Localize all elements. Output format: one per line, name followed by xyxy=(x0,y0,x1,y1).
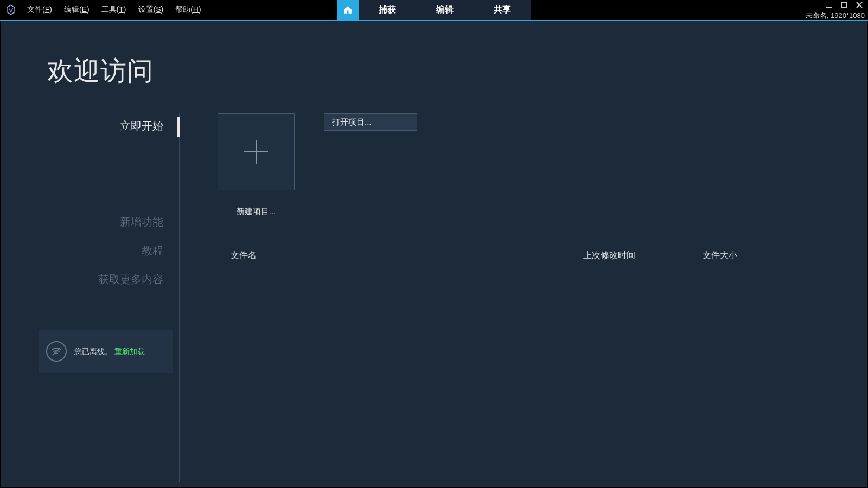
welcome-sidebar: 立即开始 新增功能 教程 获取更多内容 xyxy=(39,113,180,292)
title-bar: 文件(F) 编辑(E) 工具(T) 设置(S) 帮助(H) 捕获 编辑 共享 xyxy=(0,0,868,20)
maximize-button[interactable] xyxy=(838,0,851,10)
new-project-button[interactable]: 新建项目... xyxy=(218,113,295,217)
offline-notice: 您已离线。 重新加载 xyxy=(39,330,173,373)
close-button[interactable] xyxy=(853,0,866,10)
minimize-button[interactable] xyxy=(822,0,835,10)
tab-share[interactable]: 共享 xyxy=(474,0,531,20)
menu-edit[interactable]: 编辑(E) xyxy=(59,2,95,18)
menu-bar: 文件(F) 编辑(E) 工具(T) 设置(S) 帮助(H) xyxy=(18,2,207,18)
menu-settings[interactable]: 设置(S) xyxy=(133,2,169,18)
home-icon xyxy=(343,5,353,15)
window-controls xyxy=(822,0,866,10)
maximize-icon xyxy=(841,2,847,8)
minimize-icon xyxy=(826,2,832,8)
sidebar-item-start[interactable]: 立即开始 xyxy=(39,113,180,139)
menu-file[interactable]: 文件(F) xyxy=(22,2,58,18)
column-size[interactable]: 文件大小 xyxy=(703,250,778,261)
app-logo-icon xyxy=(3,0,18,20)
sidebar-item-getmore[interactable]: 获取更多内容 xyxy=(39,267,180,292)
column-filename[interactable]: 文件名 xyxy=(231,250,583,261)
document-status: 未命名, 1920*1080 xyxy=(806,11,865,21)
close-icon xyxy=(856,2,863,8)
start-panel: 新建项目... 打开项目... 文件名 上次修改时间 文件大小 xyxy=(218,113,792,466)
sidebar-item-whatsnew[interactable]: 新增功能 xyxy=(39,209,180,235)
column-modified[interactable]: 上次修改时间 xyxy=(583,250,703,261)
reload-link[interactable]: 重新加载 xyxy=(114,347,145,356)
tab-edit[interactable]: 编辑 xyxy=(416,0,474,20)
plus-icon xyxy=(241,137,271,167)
sidebar-item-tutorials[interactable]: 教程 xyxy=(39,238,180,264)
tab-home[interactable] xyxy=(337,0,359,20)
recent-table-header: 文件名 上次修改时间 文件大小 xyxy=(218,239,792,272)
tab-capture[interactable]: 捕获 xyxy=(359,0,416,20)
page-title: 欢迎访问 xyxy=(47,54,154,88)
welcome-content: 欢迎访问 立即开始 新增功能 教程 获取更多内容 您已离线。 重新 xyxy=(0,21,868,488)
menu-help[interactable]: 帮助(H) xyxy=(170,2,206,18)
new-project-label: 新建项目... xyxy=(218,207,295,217)
workspace-tabs: 捕获 编辑 共享 xyxy=(337,0,531,20)
offline-text: 您已离线。 重新加载 xyxy=(74,346,145,357)
svg-rect-1 xyxy=(841,2,847,8)
sidebar-divider xyxy=(179,113,180,482)
offline-icon xyxy=(46,341,67,362)
open-project-button[interactable]: 打开项目... xyxy=(324,113,417,131)
menu-tools[interactable]: 工具(T) xyxy=(96,2,132,18)
